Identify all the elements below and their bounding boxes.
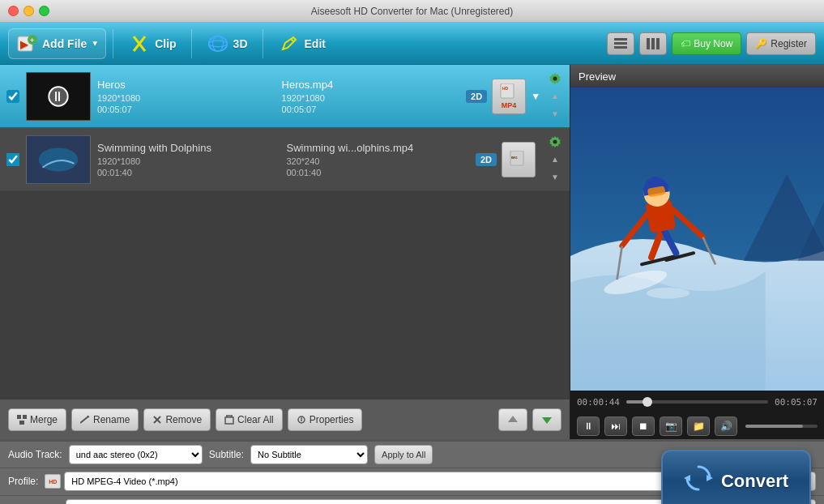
title-bar: Aiseesoft HD Converter for Mac (Unregist… [0, 0, 824, 23]
file-list-empty-area [0, 191, 570, 399]
close-button[interactable] [8, 6, 19, 16]
merge-button[interactable]: Merge [8, 408, 66, 431]
screenshot-button[interactable]: 📷 [660, 416, 682, 436]
svg-rect-15 [656, 38, 660, 49]
move-up-tool-2[interactable]: ▲ [547, 152, 563, 168]
timeline-track[interactable] [626, 400, 768, 404]
3d-icon [207, 32, 229, 55]
move-up-button[interactable] [498, 408, 527, 431]
audio-track-select[interactable]: und aac stereo (0x2) [69, 445, 203, 464]
move-down-button[interactable] [532, 408, 561, 431]
register-label: Register [771, 38, 807, 49]
volume-progress [745, 425, 803, 428]
file-res-2: 1920*1080 [97, 156, 280, 166]
svg-rect-29 [23, 415, 27, 419]
clear-all-icon [224, 415, 234, 425]
file-2d-badge-1: 2D [466, 90, 487, 103]
add-file-icon: ▶ + [15, 32, 38, 55]
pause-button[interactable]: ⏸ [577, 416, 600, 436]
svg-rect-19 [58, 92, 60, 101]
file-format-icon-2[interactable]: IMG [502, 142, 536, 177]
profile-select[interactable]: HD MPEG-4 Video (*.mp4) [64, 472, 697, 491]
3d-label: 3D [233, 37, 248, 50]
svg-text:IMG: IMG [511, 156, 518, 160]
preview-header: Preview [570, 65, 824, 88]
buy-icon: 🏷 [681, 38, 690, 49]
svg-point-55 [647, 288, 690, 298]
total-time: 00:05:07 [775, 397, 818, 408]
file-item-1[interactable]: Heros 1920*1080 00:05:07 Heros.mp4 1920*… [0, 65, 570, 128]
detail-view-button[interactable] [639, 32, 667, 55]
file-checkbox-2[interactable] [6, 153, 19, 166]
file-tools-2: ▲ ▼ [547, 134, 563, 186]
svg-rect-10 [614, 38, 627, 41]
preview-controls: ⏸ ⏭ ⏹ 📷 📁 🔊 [570, 413, 824, 439]
stop-button[interactable]: ⏹ [632, 416, 655, 436]
audio-track-label: Audio Track: [8, 449, 62, 460]
register-button[interactable]: 🔑 Register [746, 32, 816, 55]
file-thumbnail-1 [26, 72, 91, 121]
file-format-icon-1[interactable]: HD MP4 [492, 79, 526, 114]
timeline-thumb[interactable] [643, 397, 652, 407]
volume-track[interactable] [745, 425, 818, 428]
bottom-controls: Merge Rename Remove Clear All Properties [0, 399, 570, 439]
edit-label: Edit [305, 37, 326, 50]
add-file-button[interactable]: ▶ + Add File ▼ [8, 28, 106, 59]
list-view-button[interactable] [607, 32, 634, 55]
remove-label: Remove [165, 414, 202, 425]
file-checkbox-1[interactable] [6, 90, 19, 103]
file-item-2[interactable]: Swimming with Dolphins 1920*1080 00:01:4… [0, 128, 570, 191]
buy-now-label: Buy Now [694, 38, 732, 49]
folder-button[interactable]: 📁 [687, 416, 710, 436]
key-icon: 🔑 [755, 38, 767, 49]
svg-point-22 [553, 76, 557, 80]
convert-button[interactable]: Convert [661, 450, 811, 504]
buy-now-button[interactable]: 🏷 Buy Now [672, 32, 741, 55]
destination-input[interactable] [66, 499, 694, 504]
format-label-1: MP4 [502, 101, 517, 109]
svg-rect-14 [651, 38, 655, 49]
clear-all-button[interactable]: Clear All [216, 408, 283, 431]
move-down-tool-1[interactable]: ▼ [547, 106, 563, 122]
subtitle-label: Subtitle: [209, 449, 244, 460]
format-dropdown-arrow-1[interactable]: ▼ [531, 91, 540, 102]
file-list-panel: Heros 1920*1080 00:05:07 Heros.mp4 1920*… [0, 65, 570, 439]
move-up-tool-1[interactable]: ▲ [547, 88, 563, 105]
settings-tool-1[interactable] [547, 70, 563, 87]
rename-button[interactable]: Rename [71, 408, 139, 431]
toolbar-right: 🏷 Buy Now 🔑 Register [607, 32, 816, 55]
maximize-button[interactable] [39, 6, 49, 16]
file-output-res-2: 320*240 [286, 156, 468, 166]
svg-text:HD: HD [502, 86, 509, 91]
minimize-button[interactable] [23, 6, 34, 16]
remove-button[interactable]: Remove [143, 408, 211, 431]
add-file-arrow[interactable]: ▼ [91, 39, 99, 48]
move-down-tool-2[interactable]: ▼ [547, 169, 563, 186]
file-output-res-1: 1920*1080 [282, 93, 460, 103]
svg-text:▶: ▶ [20, 39, 28, 50]
file-tools-1: ▲ ▼ [547, 70, 563, 122]
edit-button[interactable]: Edit [270, 28, 334, 59]
svg-line-9 [291, 39, 294, 42]
subtitle-select[interactable]: No Subtitle [250, 445, 368, 464]
svg-rect-18 [55, 92, 57, 101]
properties-button[interactable]: Properties [288, 408, 363, 431]
apply-to-all-button[interactable]: Apply to All [374, 445, 433, 464]
preview-timeline: 00:00:44 00:05:07 [570, 391, 824, 413]
3d-button[interactable]: 3D [199, 28, 256, 59]
file-output-2: Swimming wi...olphins.mp4 320*240 00:01:… [286, 142, 468, 177]
svg-rect-35 [225, 417, 233, 424]
volume-icon-button[interactable]: 🔊 [715, 416, 737, 436]
file-output-name-2: Swimming wi...olphins.mp4 [286, 142, 468, 154]
properties-icon [297, 415, 306, 425]
settings-tool-2[interactable] [547, 134, 563, 150]
file-2d-badge-2: 2D [476, 153, 497, 166]
clip-icon [128, 32, 151, 55]
svg-rect-11 [614, 42, 627, 45]
profile-icon: HD [45, 474, 61, 489]
window-title: Aiseesoft HD Converter for Mac (Unregist… [311, 6, 513, 17]
svg-point-27 [553, 139, 557, 143]
file-output-name-1: Heros.mp4 [282, 79, 460, 91]
clip-button[interactable]: Clip [120, 28, 184, 59]
fast-forward-button[interactable]: ⏭ [604, 416, 627, 436]
